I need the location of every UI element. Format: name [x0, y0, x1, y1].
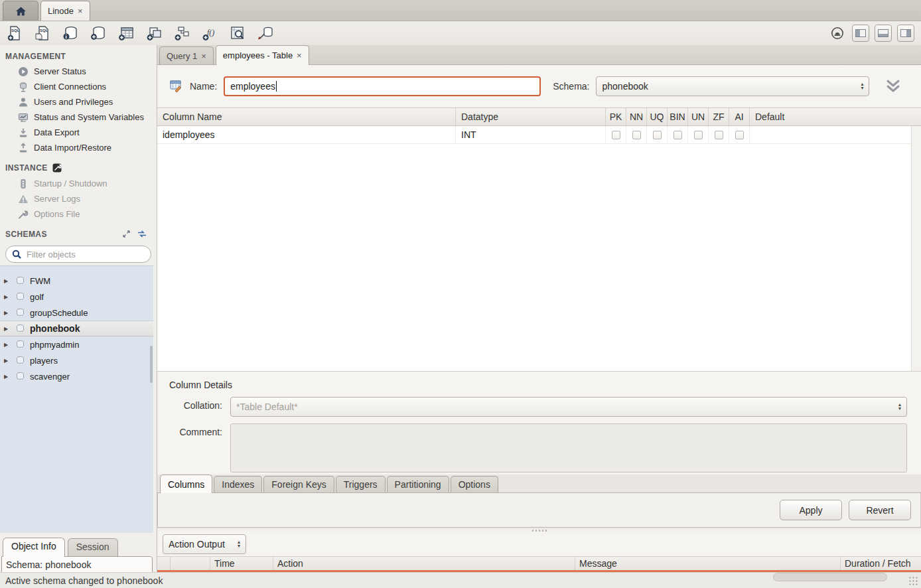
create-schema-icon[interactable] [89, 24, 107, 42]
subtab-options[interactable]: Options [451, 476, 498, 492]
schema-row-groupschedule[interactable]: ▶ groupSchedule [0, 305, 153, 321]
tab-object-info[interactable]: Object Info [3, 538, 65, 557]
schema-row-phonebook[interactable]: ▶ phonebook [0, 321, 153, 336]
startup-shutdown-icon [17, 178, 29, 189]
refresh-schemas-icon[interactable] [136, 228, 147, 240]
header-column-name[interactable]: Column Name [157, 108, 456, 125]
expander-icon[interactable]: ▶ [4, 342, 11, 348]
schema-row-phpmyadmin[interactable]: ▶ phpmyadmin [0, 336, 153, 352]
cell-default[interactable] [750, 126, 921, 143]
header-bin[interactable]: BIN [668, 108, 688, 125]
column-row-idemployees[interactable]: idemployees INT [157, 126, 921, 144]
spinner-icon: ▴▾ [238, 540, 240, 548]
schema-row-golf[interactable]: ▶ golf [0, 289, 153, 305]
bin-checkbox-cell [668, 126, 688, 143]
create-view-icon[interactable] [145, 24, 163, 42]
header-ai[interactable]: AI [729, 108, 750, 125]
spinner-icon: ▴▾ [898, 403, 901, 411]
output-header-action[interactable]: Action [273, 557, 575, 570]
header-un[interactable]: UN [688, 108, 709, 125]
ai-checkbox[interactable] [735, 131, 744, 139]
pk-checkbox[interactable] [612, 131, 620, 139]
schema-row-players[interactable]: ▶ players [0, 352, 153, 368]
sidebar-item-data-export[interactable]: Data Export [0, 125, 157, 140]
schema-list-scrollbar[interactable] [150, 346, 153, 383]
schema-icon [15, 307, 26, 319]
data-export-icon [17, 127, 29, 138]
sidebar-item-users-and-privileges[interactable]: Users and Privileges [0, 94, 157, 110]
home-tab[interactable] [3, 1, 38, 21]
header-datatype[interactable]: Datatype [456, 108, 606, 125]
connection-tab-linode[interactable]: Linode × [40, 1, 90, 21]
uq-checkbox[interactable] [653, 131, 662, 139]
sidebar-item-options-file[interactable]: Options File [0, 206, 157, 222]
home-icon [15, 5, 27, 17]
cell-datatype[interactable]: INT [456, 126, 606, 143]
beacon-icon[interactable] [828, 24, 847, 42]
schema-inspector-icon[interactable]: i [61, 24, 80, 42]
tab-employees-table[interactable]: employees - Table × [216, 45, 309, 65]
sidebar-item-client-connections[interactable]: Client Connections [0, 79, 157, 94]
toggle-left-panel-button[interactable] [852, 25, 869, 42]
toggle-right-panel-button[interactable] [897, 25, 914, 42]
schema-row-fwm[interactable]: ▶ FWM [0, 273, 153, 289]
header-nn[interactable]: NN [626, 108, 647, 125]
output-type-select[interactable]: Action Output ▴▾ [163, 534, 246, 554]
close-icon[interactable]: × [201, 51, 206, 61]
sidebar-item-status-system-variables[interactable]: Status and System Variables [0, 110, 157, 125]
subtab-partitioning[interactable]: Partitioning [387, 476, 449, 492]
tab-session[interactable]: Session [68, 538, 118, 557]
schema-filter-input[interactable] [27, 250, 145, 259]
open-sql-script-icon[interactable]: SQL [33, 24, 52, 42]
close-icon[interactable]: × [297, 50, 302, 60]
expand-schemas-icon[interactable] [121, 228, 132, 240]
window-resize-grip[interactable] [908, 576, 919, 586]
create-table-icon[interactable] [117, 24, 135, 42]
cell-column-name[interactable]: idemployees [157, 126, 456, 143]
collation-select[interactable]: *Table Default* ▴▾ [230, 397, 907, 417]
subtab-indexes[interactable]: Indexes [214, 476, 262, 492]
nn-checkbox[interactable] [632, 131, 641, 139]
apply-button[interactable]: Apply [780, 500, 842, 520]
subtab-columns[interactable]: Columns [160, 475, 212, 493]
create-procedure-icon[interactable] [173, 24, 191, 42]
subtab-foreign-keys[interactable]: Foreign Keys [263, 476, 334, 492]
expander-icon[interactable]: ▶ [4, 294, 11, 300]
expander-icon[interactable]: ▶ [4, 358, 11, 364]
output-header-time[interactable]: Time [210, 557, 273, 570]
output-horizontal-scrollbar[interactable] [773, 573, 887, 581]
toggle-bottom-panel-button[interactable] [875, 25, 892, 42]
table-search-icon[interactable] [228, 24, 247, 42]
data-transfer-icon[interactable] [256, 24, 275, 42]
output-header-duration[interactable]: Duration / Fetch [841, 557, 921, 570]
header-default[interactable]: Default [750, 108, 921, 125]
output-header-message[interactable]: Message [575, 557, 841, 570]
header-pk[interactable]: PK [606, 108, 626, 125]
sidebar-item-startup-shutdown[interactable]: Startup / Shutdown [0, 176, 157, 191]
tab-query-1[interactable]: Query 1 × [159, 46, 214, 64]
schema-row-scavenger[interactable]: ▶ scavenger [0, 368, 153, 384]
expander-icon[interactable]: ▶ [4, 278, 11, 284]
grid-scrollbar-track[interactable] [911, 126, 921, 371]
sidebar-item-server-logs[interactable]: Server Logs [0, 191, 157, 206]
expander-icon[interactable]: ▶ [4, 374, 11, 380]
revert-button[interactable]: Revert [849, 500, 911, 520]
zf-checkbox[interactable] [715, 131, 723, 139]
expander-icon[interactable]: ▶ [4, 310, 11, 316]
expander-icon[interactable]: ▶ [4, 326, 11, 332]
bin-checkbox[interactable] [673, 131, 682, 139]
comment-textarea[interactable] [230, 423, 907, 473]
expand-header-chevron-icon[interactable] [885, 78, 901, 94]
horizontal-splitter[interactable] [157, 528, 921, 532]
header-uq[interactable]: UQ [647, 108, 668, 125]
header-zf[interactable]: ZF [709, 108, 729, 125]
close-icon[interactable]: × [78, 6, 83, 16]
table-name-input[interactable]: employees [224, 76, 541, 96]
subtab-triggers[interactable]: Triggers [336, 476, 386, 492]
un-checkbox[interactable] [694, 131, 703, 139]
sidebar-item-server-status[interactable]: Server Status [0, 64, 157, 79]
new-sql-tab-icon[interactable]: SQL [5, 24, 24, 42]
create-function-icon[interactable]: f() [200, 24, 219, 42]
sidebar-item-data-import-restore[interactable]: Data Import/Restore [0, 140, 157, 155]
schema-select[interactable]: phonebook ▴▾ [596, 76, 869, 96]
